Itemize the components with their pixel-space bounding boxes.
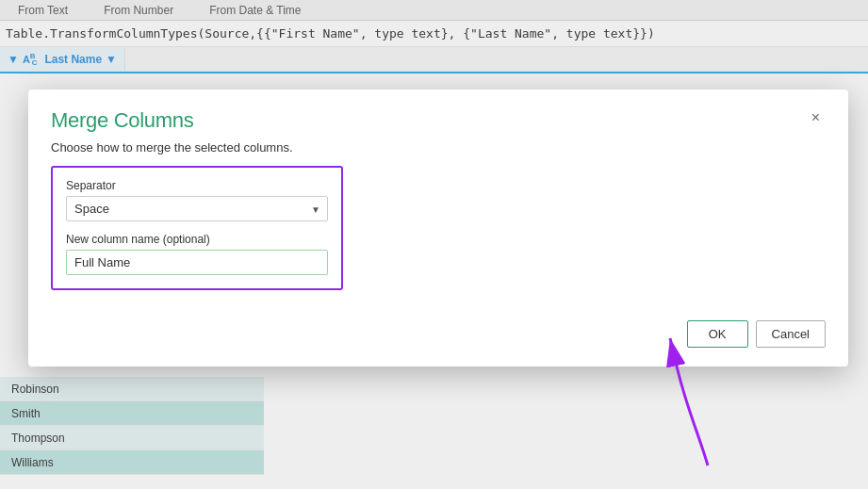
separator-label: Separator xyxy=(66,179,328,192)
col-name-input[interactable] xyxy=(66,250,328,275)
options-box: Separator None Colon Comma Equals Sign S… xyxy=(51,166,343,290)
close-button[interactable]: × xyxy=(806,108,826,127)
cancel-button[interactable]: Cancel xyxy=(756,320,826,348)
dialog-body: Separator None Colon Comma Equals Sign S… xyxy=(28,166,848,309)
dialog-subtitle: Choose how to merge the selected columns… xyxy=(28,140,848,166)
ok-button[interactable]: OK xyxy=(687,320,748,348)
separator-select[interactable]: None Colon Comma Equals Sign Semicolon S… xyxy=(66,196,328,221)
col-name-label: New column name (optional) xyxy=(66,233,328,246)
separator-select-wrapper: None Colon Comma Equals Sign Semicolon S… xyxy=(66,196,328,221)
dialog-title: Merge Columns xyxy=(51,108,193,133)
dialog-footer: OK Cancel xyxy=(28,309,848,367)
merge-columns-dialog: Merge Columns × Choose how to merge the … xyxy=(28,90,848,367)
dialog-header: Merge Columns × xyxy=(28,90,848,140)
